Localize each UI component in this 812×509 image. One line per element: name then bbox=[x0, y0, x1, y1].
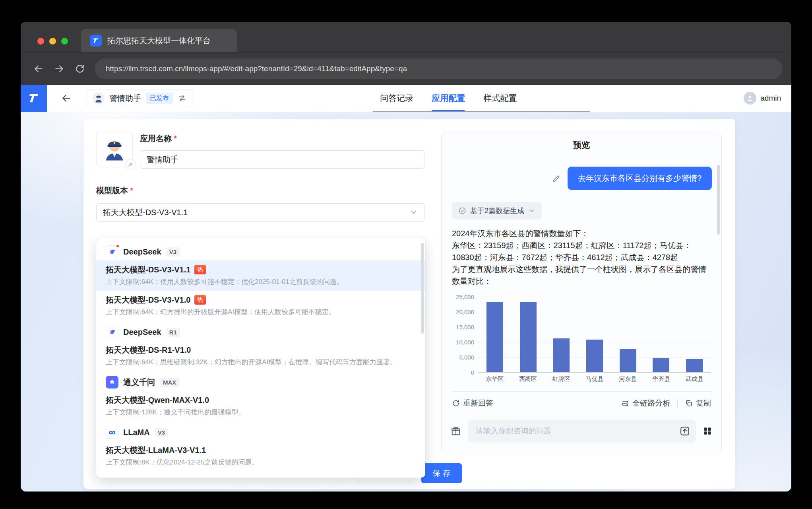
regenerate-button[interactable]: 重新回答 bbox=[452, 398, 493, 408]
question-input[interactable]: 请输入你想咨询的问题 bbox=[468, 420, 696, 443]
chart-y-tick: 5,000 bbox=[459, 354, 474, 361]
refresh-icon bbox=[452, 399, 460, 407]
chart-x-label: 东华区 bbox=[478, 375, 512, 383]
chart-y-tick: 15,000 bbox=[456, 324, 474, 330]
chart-bar bbox=[611, 297, 645, 372]
user-question-bubble: 去年汉东市各区县分别有多少警情? bbox=[568, 167, 712, 190]
forward-icon[interactable] bbox=[50, 60, 68, 78]
hot-badge: 热 bbox=[194, 265, 206, 274]
model-group-tag: V3 bbox=[155, 428, 168, 437]
model-option[interactable]: 拓天大模型-Qwen-MAX-V1.0上下文限制:128K；通义千问推出的最强模… bbox=[96, 391, 425, 421]
preview-panel: 预览 去年汉东市各区县分别有多少警情? 基于2篇数据生成 2024 bbox=[441, 133, 722, 453]
model-option[interactable]: 拓天大模型-DS-V3-V1.0热上下文限制:64K；幻方推出的升级版开源AI模… bbox=[96, 291, 425, 321]
model-group-tag: V3 bbox=[166, 247, 180, 256]
model-option[interactable]: 拓天大模型-DS-R1-V1.0上下文限制:64K；思维链限制:32K；幻方推出… bbox=[96, 341, 425, 371]
reload-icon[interactable] bbox=[71, 60, 89, 78]
chevron-down-icon bbox=[410, 208, 418, 216]
chat-input-row: 请输入你想咨询的问题 bbox=[442, 414, 721, 453]
model-dropdown-list: DeepSeekV3拓天大模型-DS-V3-V1.1热上下文限制:64K；使用人… bbox=[96, 241, 425, 471]
model-option-desc: 上下文限制:64K；思维链限制:32K；幻方推出的开源AI模型；在推理、编写代码… bbox=[106, 357, 416, 367]
app-name-input[interactable]: 警情助手 bbox=[140, 150, 424, 169]
infinity-glyph: ∞ bbox=[109, 427, 115, 437]
main-content: 应用名称* 警情助手 模型版本* 拓天大模型-DS-V3-V1.1 DeepS bbox=[21, 112, 791, 492]
model-select[interactable]: 拓天大模型-DS-V3-V1.1 bbox=[96, 203, 424, 221]
browser-window: 拓尔思拓天大模型一体化平台 https://llm.trscd.com.cn/l… bbox=[21, 22, 791, 492]
upload-icon[interactable] bbox=[679, 425, 690, 437]
model-dropdown: DeepSeekV3拓天大模型-DS-V3-V1.1热上下文限制:64K；使用人… bbox=[96, 238, 425, 478]
model-select-value: 拓天大模型-DS-V3-V1.1 bbox=[103, 207, 188, 218]
chart-y-tick: 0 bbox=[471, 369, 474, 376]
chart-x-label: 武成县 bbox=[678, 375, 711, 383]
app-avatar-upload[interactable] bbox=[96, 131, 133, 167]
user-menu[interactable]: admin bbox=[744, 92, 781, 105]
copy-button[interactable]: 复制 bbox=[685, 398, 711, 408]
model-group-header: DeepSeekV3 bbox=[96, 241, 425, 260]
chart-bar bbox=[545, 297, 578, 372]
chart-gridline bbox=[478, 372, 711, 373]
preview-scrollbar[interactable] bbox=[717, 165, 720, 235]
dropdown-scrollbar[interactable] bbox=[421, 243, 424, 334]
app-name: 警情助手 bbox=[109, 93, 141, 104]
app-name-input-value: 警情助手 bbox=[147, 154, 178, 165]
site-favicon-icon bbox=[90, 35, 102, 47]
model-version-label: 模型版本* bbox=[96, 185, 424, 196]
prompt-gift-icon[interactable] bbox=[450, 425, 461, 437]
chart-y-tick: 20,000 bbox=[456, 309, 474, 315]
browser-tab-strip: 拓尔思拓天大模型一体化平台 bbox=[21, 22, 791, 52]
required-mark: * bbox=[174, 134, 177, 143]
source-toggle[interactable]: 基于2篇数据生成 bbox=[452, 202, 542, 220]
trace-button[interactable]: 全链路分析 bbox=[621, 398, 670, 408]
minimize-window-button[interactable] bbox=[49, 38, 56, 45]
model-group-name: DeepSeek bbox=[123, 247, 161, 256]
qwen-logo-icon bbox=[106, 376, 118, 389]
address-bar[interactable]: https://llm.trscd.com.cn/llmops-app/#/ed… bbox=[95, 58, 783, 79]
username: admin bbox=[760, 94, 781, 103]
close-window-button[interactable] bbox=[37, 38, 44, 45]
model-option-desc: 上下文限制:128K；通义千问推出的最强模型。 bbox=[106, 408, 416, 417]
answer-line: 东华区：23159起；西蔺区：23115起；红牌区：11172起；马优县：108… bbox=[452, 239, 711, 263]
apps-grid-icon[interactable] bbox=[702, 426, 713, 436]
edit-avatar-icon[interactable] bbox=[125, 159, 136, 169]
window-controls bbox=[37, 38, 68, 45]
llama-logo-icon: ∞ bbox=[106, 426, 118, 439]
trace-icon bbox=[621, 399, 629, 407]
answer-line: 为了更直观地展示这些数据，我提供了一个柱状图，展示了各区县的警情数量对比： bbox=[452, 263, 711, 287]
chart-x-axis: 东华区西蔺区红牌区马优县河东县华齐县武成县 bbox=[478, 375, 711, 383]
model-option[interactable]: 拓天大模型-LLaMA-V3-V1.1上下文限制:8K；优化2024-12-25… bbox=[96, 441, 425, 471]
chart-y-tick: 10,000 bbox=[456, 339, 474, 346]
model-group-header: 通义千问MAX bbox=[96, 371, 425, 391]
model-group-header: DeepSeekR1 bbox=[96, 321, 425, 341]
preview-title: 预览 bbox=[442, 133, 721, 157]
app-name-label: 应用名称* bbox=[140, 133, 424, 144]
platform-logo[interactable] bbox=[21, 85, 47, 112]
actions-divider bbox=[677, 399, 678, 408]
tab-qa-records[interactable]: 问答记录 bbox=[380, 85, 413, 112]
model-group-tag: MAX bbox=[160, 378, 179, 387]
back-arrow-icon[interactable] bbox=[61, 93, 72, 103]
chart-x-label: 华齐县 bbox=[645, 375, 678, 383]
input-placeholder: 请输入你想咨询的问题 bbox=[476, 426, 679, 436]
edit-app-card: 应用名称* 警情助手 模型版本* 拓天大模型-DS-V3-V1.1 DeepS bbox=[83, 119, 735, 489]
tab-style-config[interactable]: 样式配置 bbox=[483, 85, 517, 112]
tab-app-config[interactable]: 应用配置 bbox=[432, 85, 465, 112]
switch-app-icon[interactable] bbox=[178, 94, 186, 103]
chart-x-label: 马优县 bbox=[578, 375, 611, 383]
deepseek-logo-icon bbox=[106, 245, 118, 258]
copy-icon bbox=[685, 399, 693, 407]
browser-tab[interactable]: 拓尔思拓天大模型一体化平台 bbox=[81, 29, 237, 52]
url-text: https://llm.trscd.com.cn/llmops-app/#/ed… bbox=[106, 64, 407, 73]
source-check-icon bbox=[458, 207, 466, 215]
model-group-header: ∞LLaMAV3 bbox=[96, 421, 425, 441]
back-icon[interactable] bbox=[29, 60, 48, 78]
save-button[interactable]: 保 存 bbox=[421, 463, 462, 483]
edit-question-icon[interactable] bbox=[552, 174, 561, 183]
model-group-name: LLaMA bbox=[123, 428, 150, 437]
chevron-down-icon bbox=[528, 207, 535, 214]
model-option-title: 拓天大模型-LLaMA-V3-V1.1 bbox=[106, 445, 416, 455]
zoom-window-button[interactable] bbox=[61, 38, 68, 45]
user-avatar bbox=[744, 92, 756, 105]
app-info-pill[interactable]: 警情助手 已发布 bbox=[87, 89, 192, 107]
browser-toolbar: https://llm.trscd.com.cn/llmops-app/#/ed… bbox=[21, 52, 791, 85]
model-option[interactable]: 拓天大模型-DS-V3-V1.1热上下文限制:64K；使用人数较多可能不稳定；优… bbox=[96, 260, 425, 291]
model-option-desc: 上下文限制:8K；优化2024-12-25之前反馈的问题。 bbox=[106, 458, 416, 467]
